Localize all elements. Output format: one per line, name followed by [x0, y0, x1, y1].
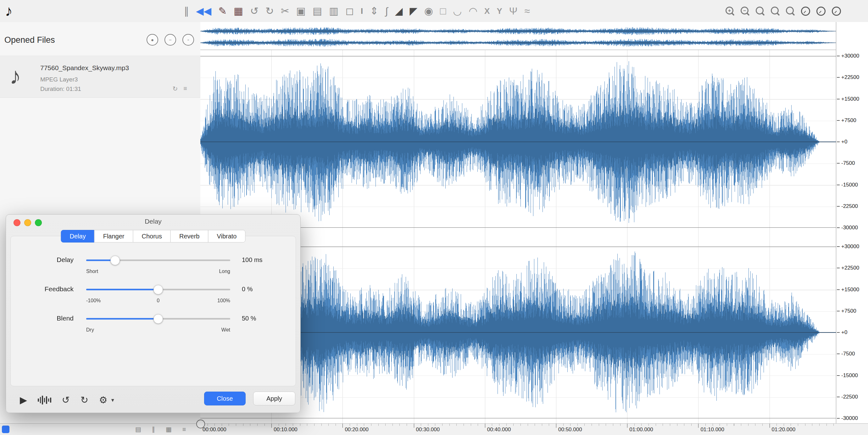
timeline-tick: [342, 424, 343, 428]
record-edit-icon[interactable]: ✎: [218, 0, 227, 22]
timeline-tick: [698, 424, 699, 428]
paste-icon[interactable]: ▤: [313, 0, 322, 22]
preview-wave-icon[interactable]: [38, 395, 51, 405]
wave-tool-icon[interactable]: ≈: [525, 0, 530, 22]
record-mix-icon[interactable]: ▦: [234, 0, 243, 22]
tab-delay[interactable]: Delay: [61, 230, 95, 243]
slider-handle[interactable]: [153, 285, 163, 294]
undo-icon[interactable]: ↺: [250, 0, 258, 22]
apply-button[interactable]: Apply: [253, 392, 295, 405]
file-list-item[interactable]: ♪ 77560_Spandex_Skyway.mp3 MPEG Layer3 D…: [0, 56, 200, 98]
bar-shape: [46, 396, 47, 404]
fade-out-icon[interactable]: ◤: [409, 0, 417, 22]
tick-mark: [837, 397, 840, 397]
zoom-out-icon[interactable]: −: [741, 7, 749, 15]
ibeam-tool-icon[interactable]: I: [361, 0, 363, 22]
overview-channel-2[interactable]: [200, 38, 836, 48]
tab-vibrato[interactable]: Vibrato: [208, 230, 245, 243]
status-app-icon[interactable]: [2, 426, 9, 433]
split-tool-icon[interactable]: Ψ: [509, 0, 518, 22]
meter-knob-icon-1[interactable]: [801, 7, 810, 16]
lens-shape: [786, 7, 794, 14]
playhead-marker[interactable]: [196, 420, 205, 428]
tick-mark: [837, 289, 840, 290]
scale-value: +7500: [841, 117, 856, 124]
meter-small-icon[interactable]: ≡: [182, 426, 186, 433]
slider-sub-label: Wet: [221, 327, 230, 333]
meter-knob-icon-3[interactable]: [832, 7, 841, 16]
meter-icon[interactable]: ◉: [424, 0, 433, 22]
overview-channel-1[interactable]: [200, 26, 836, 36]
pause-icon[interactable]: ∥: [184, 0, 189, 22]
gear-dropdown-icon[interactable]: ▾: [111, 393, 114, 408]
close-button[interactable]: Close: [204, 392, 246, 405]
fade-in-icon[interactable]: ◢: [395, 0, 403, 22]
copy-icon[interactable]: ▣: [296, 0, 306, 22]
scale-label: +22500: [837, 74, 859, 81]
clipboard-icon[interactable]: ▥: [329, 0, 338, 22]
loop-mini-icon[interactable]: ↻: [173, 85, 178, 92]
tab-chorus[interactable]: Chorus: [133, 230, 170, 243]
skip-back-icon[interactable]: ◀◀: [196, 0, 211, 22]
delay-dialog[interactable]: Delay DelayFlangerChorusReverbVibrato De…: [6, 214, 301, 413]
levels-mini-icon[interactable]: ≡: [183, 85, 187, 92]
scale-value: -30000: [841, 415, 858, 422]
redo-icon[interactable]: ↻: [266, 0, 274, 22]
x-tool-icon[interactable]: X: [484, 0, 490, 22]
waveform-channel-1[interactable]: [200, 56, 836, 228]
timeline-label: 01:10.000: [701, 427, 724, 433]
pen-curve-icon[interactable]: ∫: [385, 0, 388, 22]
lens-shape: −: [741, 7, 748, 14]
waveform-canvas-1[interactable]: [200, 56, 836, 227]
tab-flanger[interactable]: Flanger: [94, 230, 133, 243]
scale-value: -22500: [841, 203, 858, 210]
vertical-zoom-icon[interactable]: ⇕: [370, 0, 378, 22]
frame-icon[interactable]: □: [440, 0, 446, 22]
pause-small-icon[interactable]: ∥: [152, 426, 155, 433]
arc-up-icon[interactable]: ◠: [469, 0, 477, 22]
amplitude-scale: +30000+22500+15000+7500+0-7500-15000-225…: [836, 22, 868, 423]
record-file-icon[interactable]: ●: [147, 34, 158, 45]
scale-value: -7500: [841, 160, 855, 166]
loop-icon[interactable]: ↻: [81, 393, 88, 408]
tick-mark: [837, 332, 840, 333]
cut-icon[interactable]: ✂: [281, 0, 289, 22]
file-format: MPEG Layer3: [40, 76, 78, 83]
scale-value: -7500: [841, 351, 855, 357]
grid-small-icon[interactable]: ▦: [166, 426, 172, 433]
preview-play-icon[interactable]: ▶: [20, 393, 27, 408]
y-tool-icon[interactable]: Y: [497, 0, 502, 22]
tick-mark: [837, 120, 840, 121]
meter-knob-icon-2[interactable]: [816, 7, 826, 16]
zoom-selection-icon[interactable]: [756, 7, 765, 15]
keyboard-icon[interactable]: ▤: [135, 426, 141, 433]
zoom-vertical-icon[interactable]: [786, 7, 795, 15]
trim-icon[interactable]: ◻: [345, 0, 354, 22]
remove-file-icon[interactable]: −: [164, 34, 176, 45]
timeline-label: 00:40.000: [487, 427, 511, 433]
zoom-in-icon[interactable]: +: [725, 7, 734, 15]
timeline-tick: [414, 424, 414, 428]
overview-waveform[interactable]: [200, 26, 836, 49]
timeline-tick: [770, 424, 770, 428]
timeline-label: 00:30.000: [416, 427, 440, 433]
bar-shape: [48, 399, 50, 402]
settings-gear-icon[interactable]: ⚙: [99, 393, 107, 408]
slider-handle[interactable]: [153, 314, 163, 324]
dialog-title: Delay: [6, 218, 300, 225]
param-value: 50 %: [242, 315, 256, 322]
duplicate-file-icon[interactable]: ▫: [182, 34, 194, 45]
tab-reverb[interactable]: Reverb: [170, 230, 208, 243]
param-value: 100 ms: [242, 256, 262, 263]
tick-mark: [837, 227, 840, 228]
tick-mark: [837, 206, 840, 207]
tick-mark: [837, 142, 840, 142]
arc-down-icon[interactable]: ◡: [453, 0, 462, 22]
slider-handle[interactable]: [111, 256, 120, 265]
loop-back-icon[interactable]: ↺: [62, 393, 70, 408]
zoom-fit-icon[interactable]: [771, 7, 780, 15]
scale-value: +15000: [841, 96, 859, 102]
bar-shape: [42, 396, 43, 404]
scale-label: -30000: [837, 225, 858, 231]
toolbar-zoom-group: +−: [725, 0, 841, 22]
